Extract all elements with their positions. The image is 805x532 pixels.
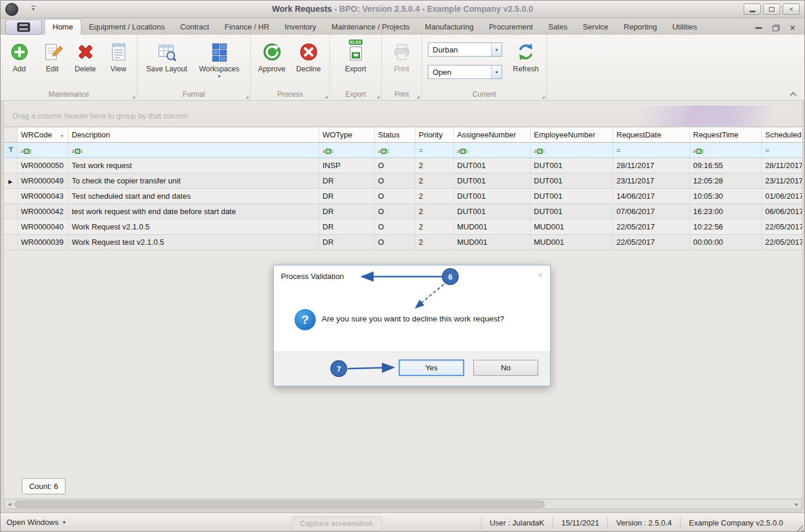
tab-equipment-locations[interactable]: Equipment / Locations <box>81 19 173 35</box>
status-select[interactable]: Open ▼ <box>428 65 502 79</box>
column-header-scheduled[interactable]: Scheduled <box>761 127 802 143</box>
maximize-button[interactable] <box>763 4 780 15</box>
column-header-requestdate[interactable]: RequestDate <box>613 127 689 143</box>
tab-sales[interactable]: Sales <box>541 19 575 35</box>
filter-cell-wrcode[interactable]: aBc <box>17 143 68 158</box>
site-select-caret-icon[interactable]: ▼ <box>491 43 502 56</box>
open-windows-menu[interactable]: Open Windows ▼ <box>6 518 66 527</box>
group-launcher-icon[interactable] <box>325 96 328 98</box>
group-label-print: Print <box>394 90 409 98</box>
tab-inventory[interactable]: Inventory <box>277 19 323 35</box>
edit-icon <box>42 42 63 62</box>
filter-cell-requestdate[interactable]: = <box>613 143 689 158</box>
equals-filter-icon: = <box>765 146 770 155</box>
column-header-description[interactable]: Description <box>68 127 319 143</box>
group-export: XLSX Export Export <box>330 35 382 101</box>
ribbon-tab-strip: Home Equipment / Locations Contract Fina… <box>1 18 804 35</box>
resize-grip[interactable] <box>794 523 803 531</box>
status-user: User : JulandaK <box>481 517 553 529</box>
filter-cell-description[interactable]: aBc <box>68 143 319 158</box>
scrollbar-thumb[interactable] <box>15 501 545 508</box>
add-button[interactable]: Add <box>3 35 36 73</box>
save-layout-button[interactable]: Save Layout <box>142 35 192 73</box>
table-row[interactable]: WR0000043Test scheduled start and end da… <box>4 189 802 204</box>
table-row[interactable]: WR0000042test work request with end date… <box>4 204 802 219</box>
window-title-sub: - BPO: Version 2.5.0.4 - Example Company… <box>332 4 533 14</box>
tab-maintenance-projects[interactable]: Maintenance / Projects <box>324 19 417 35</box>
filter-cell-assigneenumber[interactable]: aBc <box>453 143 530 158</box>
export-button[interactable]: XLSX Export <box>335 35 377 73</box>
tab-utilities[interactable]: Utilities <box>665 19 705 35</box>
workspaces-button[interactable]: Workspaces ▼ <box>192 35 247 78</box>
column-header-status[interactable]: Status <box>374 127 415 143</box>
mdi-minimize-icon[interactable] <box>755 27 762 29</box>
filter-cell-employeenumber[interactable]: aBc <box>530 143 613 158</box>
application-menu-button[interactable] <box>5 19 42 35</box>
open-windows-caret-icon: ▼ <box>62 520 66 524</box>
horizontal-scrollbar[interactable]: ◄ ► <box>4 499 802 509</box>
abc-filter-icon: aBc <box>323 148 334 154</box>
yes-button[interactable]: Yes <box>399 360 464 376</box>
view-icon <box>109 42 129 62</box>
filter-cell-priority[interactable]: = <box>415 143 453 158</box>
dialog-message: Are you sure you want to decline this wo… <box>322 314 504 323</box>
tab-finance-hr[interactable]: Finance / HR <box>217 19 277 35</box>
group-by-bar[interactable]: Drag a column header here to group by th… <box>4 106 802 127</box>
group-launcher-icon[interactable] <box>132 96 135 98</box>
view-button[interactable]: View <box>102 35 135 73</box>
column-header-employeenumber[interactable]: EmployeeNumber <box>530 127 613 143</box>
tab-contract[interactable]: Contract <box>172 19 217 35</box>
mdi-restore-icon[interactable] <box>773 25 780 31</box>
table-row[interactable]: WR0000050Test work requestINSPO2DUT001DU… <box>4 158 802 173</box>
abc-filter-icon: aBc <box>693 148 705 154</box>
approve-button[interactable]: Approve <box>254 35 290 73</box>
scroll-right-icon[interactable]: ► <box>792 501 801 507</box>
capture-screenshot-button[interactable]: Capture screenshot. <box>292 516 382 530</box>
approve-icon <box>262 42 282 62</box>
record-count-badge: Count: 6 <box>22 478 66 494</box>
filter-cell-status[interactable]: aBc <box>374 143 415 158</box>
print-button[interactable]: Print <box>384 35 420 73</box>
filter-cell-requesttime[interactable]: aBc <box>689 143 761 158</box>
column-header-assigneenumber[interactable]: AssigneeNumber <box>453 127 530 143</box>
group-launcher-icon[interactable] <box>417 96 420 98</box>
table-row[interactable]: WR0000040Work Request v2.1.0.5DRO2MUD001… <box>4 219 802 235</box>
group-launcher-icon[interactable] <box>542 96 545 98</box>
filter-cell-wotype[interactable]: aBc <box>319 143 374 158</box>
refresh-button[interactable]: Refresh <box>509 35 543 73</box>
tab-manufacturing[interactable]: Manufacturing <box>417 19 481 35</box>
abc-filter-icon: aBc <box>72 148 83 154</box>
decline-button[interactable]: Decline <box>290 35 327 73</box>
filter-cell-scheduled[interactable]: = <box>761 143 802 158</box>
scroll-left-icon[interactable]: ◄ <box>5 501 14 507</box>
tab-reporting[interactable]: Reporting <box>616 19 665 35</box>
table-row[interactable]: WR0000039Work Request test v2.1.0.5DRO2M… <box>4 235 802 250</box>
column-header-priority[interactable]: Priority <box>415 127 453 143</box>
filter-dropdown-icon[interactable]: ▼ <box>60 134 64 138</box>
abc-filter-icon: aBc <box>534 148 545 154</box>
refresh-icon <box>516 42 536 62</box>
column-header-requesttime[interactable]: RequestTime <box>689 127 761 143</box>
window-title-main: Work Requests <box>272 4 332 14</box>
close-button[interactable]: × <box>783 4 800 15</box>
group-launcher-icon[interactable] <box>377 96 379 98</box>
status-version: Version : 2.5.0.4 <box>607 517 680 529</box>
auto-filter-row: aBc aBc aBc aBc = aBc aBc = aBc = <box>4 143 802 158</box>
minimize-button[interactable] <box>744 4 761 15</box>
tab-procurement[interactable]: Procurement <box>481 19 540 35</box>
status-select-caret-icon[interactable]: ▼ <box>491 65 502 78</box>
export-icon <box>346 42 366 62</box>
ribbon-collapse-icon[interactable] <box>789 91 797 97</box>
tab-home[interactable]: Home <box>44 19 81 35</box>
column-header-wrcode[interactable]: ▼WRCode <box>17 127 68 143</box>
delete-button[interactable]: Delete <box>69 35 102 73</box>
edit-button[interactable]: Edit <box>36 35 69 73</box>
tab-service[interactable]: Service <box>575 19 616 35</box>
site-select[interactable]: Durban ▼ <box>428 42 502 57</box>
table-row-selected[interactable]: ▶ WR0000049To check the copier transfer … <box>4 173 802 189</box>
column-header-wotype[interactable]: WOType <box>319 127 374 143</box>
mdi-close-icon[interactable]: × <box>790 25 795 31</box>
group-launcher-icon[interactable] <box>246 96 248 98</box>
no-button[interactable]: No <box>473 360 538 376</box>
equals-filter-icon: = <box>617 146 621 155</box>
